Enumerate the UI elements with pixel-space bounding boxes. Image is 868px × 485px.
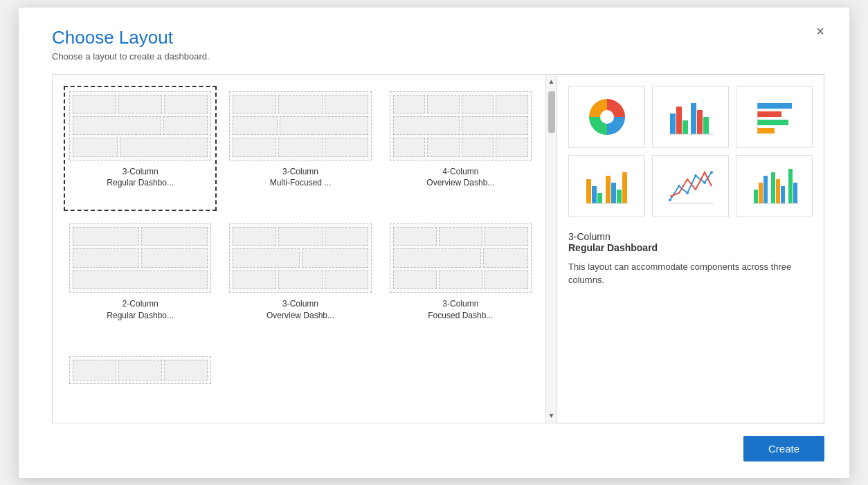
layout-item-3col-overview[interactable]: 3-ColumnOverview Dashb... — [224, 218, 377, 343]
thumb-cell — [462, 138, 494, 156]
create-button[interactable]: Create — [743, 436, 824, 461]
thumb-cell — [325, 95, 368, 113]
thumb-cell — [393, 138, 426, 156]
layout-label-3col-overview: 3-ColumnOverview Dashb... — [266, 298, 334, 322]
dialog-footer: Create — [52, 423, 824, 461]
thumb-cell — [278, 138, 322, 156]
thumb-cell — [163, 116, 208, 135]
scroll-up-button[interactable]: ▲ — [546, 75, 557, 89]
svg-rect-9 — [757, 103, 792, 109]
thumb-cell — [278, 95, 322, 113]
dialog-header: Choose Layout Choose a layout to create … — [52, 27, 824, 62]
layout-thumbnail-3col-overview — [229, 223, 371, 293]
svg-rect-20 — [622, 172, 627, 203]
layout-label-3col-focused: 3-ColumnFocused Dashb... — [428, 298, 493, 322]
thumb-cell — [73, 248, 139, 267]
layout-thumbnail-partial — [69, 356, 211, 384]
layout-grid-area: 3-ColumnRegular Dashbo... — [52, 74, 557, 423]
preview-layout-name: Regular Dashboard — [568, 242, 813, 253]
svg-rect-3 — [676, 107, 682, 134]
layout-item-3col-regular[interactable]: 3-ColumnRegular Dashbo... — [64, 86, 217, 211]
svg-point-25 — [694, 174, 697, 177]
layout-item-partial[interactable] — [64, 351, 217, 412]
thumb-cell — [393, 95, 426, 113]
svg-rect-19 — [617, 190, 622, 203]
layout-item-3col-focused[interactable]: 3-ColumnFocused Dashb... — [384, 218, 537, 343]
thumb-cell — [485, 271, 528, 289]
layout-thumbnail-3col-focused — [390, 223, 532, 293]
thumb-cell — [233, 248, 299, 267]
thumb-cell — [393, 227, 437, 246]
svg-rect-32 — [771, 172, 775, 203]
svg-rect-35 — [788, 169, 793, 203]
svg-point-27 — [710, 171, 713, 174]
thumb-cell — [427, 138, 460, 156]
svg-rect-12 — [757, 128, 775, 134]
thumb-cell — [141, 248, 208, 267]
thumb-cell — [485, 227, 528, 246]
thumb-cell — [233, 271, 276, 289]
svg-point-26 — [703, 181, 706, 184]
svg-rect-11 — [757, 120, 788, 125]
thumb-cell — [325, 138, 368, 156]
thumb-cell — [427, 95, 460, 113]
layout-thumbnail-4col-overview — [390, 91, 532, 161]
thumb-cell — [141, 227, 208, 246]
thumb-cell — [393, 271, 437, 289]
svg-rect-17 — [606, 176, 611, 203]
preview-charts — [568, 86, 813, 217]
svg-rect-14 — [586, 179, 591, 203]
preview-chart-bar — [652, 86, 729, 148]
thumb-cell — [462, 116, 528, 135]
thumb-cell — [439, 271, 482, 289]
thumb-cell — [118, 360, 162, 381]
thumb-cell — [73, 95, 116, 113]
thumb-cell — [73, 138, 118, 156]
thumb-cell — [462, 95, 494, 113]
thumb-cell — [120, 138, 208, 156]
thumb-cell — [118, 95, 162, 113]
thumb-cell — [439, 227, 482, 246]
dialog-subtitle: Choose a layout to create a dashboard. — [52, 51, 824, 62]
layout-item-4col-overview[interactable]: 4-ColumnOverview Dashb... — [384, 86, 537, 211]
preview-panel: 3-Column Regular Dashboard This layout c… — [557, 74, 824, 423]
thumb-cell — [278, 227, 322, 246]
layout-label-2col-regular: 2-ColumnRegular Dashbo... — [107, 298, 174, 322]
preview-chart-hbar — [736, 86, 813, 148]
svg-rect-16 — [597, 193, 602, 203]
preview-chart-line — [652, 155, 729, 217]
thumb-cell — [73, 271, 208, 289]
pie-chart-svg — [586, 96, 628, 138]
svg-rect-6 — [697, 110, 703, 134]
thumb-cell — [280, 116, 368, 135]
svg-rect-7 — [703, 117, 709, 134]
svg-rect-36 — [793, 183, 797, 203]
hbar-chart-svg — [750, 100, 799, 134]
svg-rect-2 — [670, 113, 676, 134]
layout-item-3col-multifocused[interactable]: 3-ColumnMulti-Focused ... — [224, 86, 377, 211]
svg-point-1 — [600, 110, 614, 124]
thumb-cell — [73, 116, 161, 135]
svg-rect-15 — [592, 186, 597, 203]
preview-chart-grouped — [568, 155, 645, 217]
layout-item-2col-regular[interactable]: 2-ColumnRegular Dashbo... — [64, 218, 217, 343]
layout-thumbnail-3col-multifocused — [229, 91, 371, 161]
svg-rect-30 — [759, 183, 763, 203]
scrollbar-track: ▲ ▼ — [545, 75, 557, 423]
multibar-chart-svg — [750, 165, 799, 207]
svg-rect-10 — [757, 111, 781, 117]
thumb-cell — [73, 227, 139, 246]
svg-rect-5 — [691, 103, 696, 134]
svg-rect-18 — [611, 183, 616, 203]
layout-thumbnail-3col-regular — [69, 91, 211, 161]
thumb-cell — [302, 248, 368, 267]
thumb-cell — [393, 116, 460, 135]
scroll-down-button[interactable]: ▼ — [546, 409, 557, 423]
scroll-thumb — [548, 91, 555, 133]
close-button[interactable]: × — [811, 21, 830, 41]
svg-point-23 — [678, 185, 680, 187]
grouped-chart-svg — [583, 165, 631, 207]
thumb-cell — [164, 95, 208, 113]
preview-chart-multibar — [736, 155, 813, 217]
preview-chart-pie — [568, 86, 645, 148]
